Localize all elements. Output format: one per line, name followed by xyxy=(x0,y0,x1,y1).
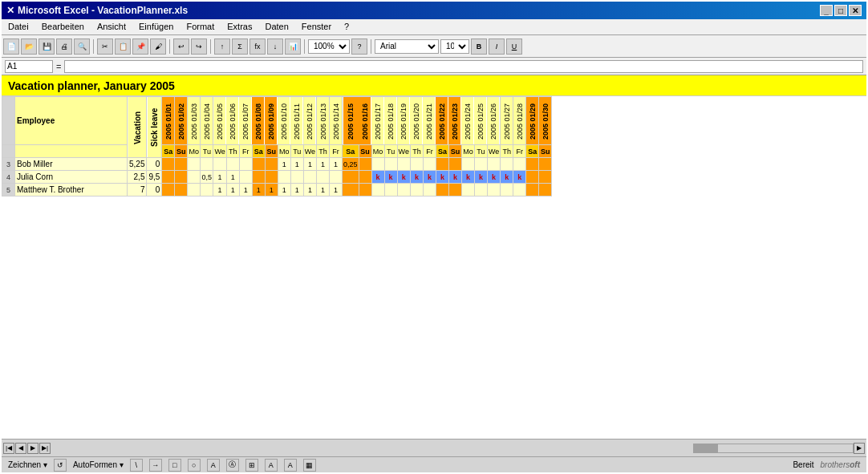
copy-button[interactable]: 📋 xyxy=(115,38,131,55)
format-painter[interactable]: 🖌 xyxy=(150,38,166,55)
fx-button[interactable]: fx xyxy=(249,38,266,55)
day-cell xyxy=(526,171,539,184)
scroll-right-button[interactable]: ▶ xyxy=(854,443,865,454)
row-number: 4 xyxy=(2,171,15,184)
day-abbrev-18: We xyxy=(397,145,410,158)
spreadsheet-container[interactable]: Employee Vacation Sick leave 2005 01/012… xyxy=(2,96,866,439)
employee-vacation: 7 xyxy=(128,184,147,196)
employee-row: 3Bob Miller5,250111110,25 xyxy=(2,158,552,171)
day-cell: 1 xyxy=(330,158,343,171)
fill-color[interactable]: A xyxy=(265,459,278,472)
close-button[interactable]: ✕ xyxy=(849,5,862,16)
menu-format[interactable]: Format xyxy=(183,21,217,33)
day-abbrev-11: We xyxy=(303,145,316,158)
vacation-header: Vacation xyxy=(128,97,147,158)
maximize-button[interactable]: □ xyxy=(834,5,847,16)
day-cell xyxy=(175,158,188,171)
date-header-16: 2005 01/17 xyxy=(371,97,384,145)
header-label-empty xyxy=(15,145,128,158)
date-header-25: 2005 01/26 xyxy=(487,97,500,145)
paste-button[interactable]: 📌 xyxy=(132,38,148,55)
day-abbrev-15: Su xyxy=(359,145,371,158)
bold-button[interactable]: B xyxy=(471,38,487,55)
wordart-tool[interactable]: Ⓐ xyxy=(226,459,239,472)
menu-extras[interactable]: Extras xyxy=(224,21,255,33)
date-header-8: 2005 01/09 xyxy=(265,97,278,145)
day-cell: 1 xyxy=(265,184,278,196)
cut-button[interactable]: ✂ xyxy=(97,38,113,55)
preview-button[interactable]: 🔍 xyxy=(74,38,90,55)
day-cell xyxy=(201,158,213,171)
cell-reference-input[interactable] xyxy=(5,60,53,73)
day-cell: 1 xyxy=(290,184,303,196)
redo-button[interactable]: ↪ xyxy=(191,38,207,55)
day-cell xyxy=(397,184,410,196)
employee-sick: 0 xyxy=(147,184,162,196)
rect-tool[interactable]: □ xyxy=(168,459,181,472)
new-button[interactable]: 📄 xyxy=(3,38,19,55)
menu-einfuegen[interactable]: Einfügen xyxy=(136,21,176,33)
date-header-29: 2005 01/30 xyxy=(539,97,552,145)
tab-prev-button[interactable]: ◀ xyxy=(15,443,26,454)
day-abbrev-9: Mo xyxy=(278,145,290,158)
day-abbrev-21: Sa xyxy=(436,145,448,158)
line-tool[interactable]: \ xyxy=(130,459,143,472)
main-content: Vacation planner, January 2005 Employee … xyxy=(2,75,866,472)
autoformen-toggle[interactable]: AutoFormen ▾ xyxy=(73,460,124,469)
day-cell: k xyxy=(397,171,410,184)
day-cell: 1 xyxy=(290,158,303,171)
tab-first-button[interactable]: |◀ xyxy=(3,443,14,454)
oval-tool[interactable]: ○ xyxy=(188,459,201,472)
drawing-toolbar-toggle[interactable]: Zeichnen ▾ xyxy=(8,460,47,469)
tab-next-button[interactable]: ▶ xyxy=(27,443,39,454)
font-color[interactable]: A xyxy=(284,459,297,472)
save-button[interactable]: 💾 xyxy=(39,38,55,55)
font-dropdown[interactable]: Arial xyxy=(375,39,439,54)
day-abbrev-19: Th xyxy=(410,145,423,158)
print-button[interactable]: 🖨 xyxy=(56,38,72,55)
chart-button[interactable]: 📊 xyxy=(285,38,301,55)
day-cell xyxy=(278,171,290,184)
date-header-12: 2005 01/13 xyxy=(317,97,330,145)
menu-help[interactable]: ? xyxy=(341,21,352,33)
undo-button[interactable]: ↩ xyxy=(173,38,189,55)
open-button[interactable]: 📂 xyxy=(21,38,37,55)
day-cell xyxy=(397,158,410,171)
employee-row: 4Julia Corn2,59,50,511kkkkkkkkkkkk xyxy=(2,171,552,184)
menu-datei[interactable]: Datei xyxy=(5,21,32,33)
zoom-help[interactable]: ? xyxy=(351,38,367,55)
italic-button[interactable]: I xyxy=(489,38,505,55)
font-size-dropdown[interactable]: 10 xyxy=(440,39,469,54)
minimize-button[interactable]: _ xyxy=(820,5,833,16)
autosum[interactable]: Σ xyxy=(232,38,248,55)
drawing-btn[interactable]: ↺ xyxy=(54,459,67,472)
zoom-dropdown[interactable]: 100% xyxy=(308,39,350,54)
date-header-10: 2005 01/11 xyxy=(290,97,303,145)
day-cell: 1 xyxy=(226,171,239,184)
day-cell: k xyxy=(474,171,487,184)
day-cell: k xyxy=(501,171,513,184)
sort-asc[interactable]: ↑ xyxy=(214,38,230,55)
textbox-tool[interactable]: A xyxy=(207,459,220,472)
menu-bearbeiten[interactable]: Bearbeiten xyxy=(39,21,87,33)
menu-daten[interactable]: Daten xyxy=(262,21,291,33)
day-cell: k xyxy=(423,171,436,184)
tab-last-button[interactable]: ▶| xyxy=(39,443,51,454)
border-tool[interactable]: ▦ xyxy=(303,459,316,472)
date-header-3: 2005 01/04 xyxy=(201,97,213,145)
day-cell: 1 xyxy=(213,184,226,196)
day-cell xyxy=(265,158,278,171)
menu-ansicht[interactable]: Ansicht xyxy=(94,21,129,33)
day-cell xyxy=(384,158,397,171)
date-header-17: 2005 01/18 xyxy=(384,97,397,145)
sort-btn2[interactable]: ↓ xyxy=(267,38,283,55)
diagram-tool[interactable]: ⊞ xyxy=(245,459,258,472)
date-header-6: 2005 01/07 xyxy=(239,97,252,145)
day-cell xyxy=(526,158,539,171)
day-cell xyxy=(410,158,423,171)
menu-fenster[interactable]: Fenster xyxy=(298,21,335,33)
underline-button[interactable]: U xyxy=(506,38,522,55)
arrow-tool[interactable]: → xyxy=(149,459,162,472)
formula-input[interactable] xyxy=(64,60,863,73)
menu-bar: Datei Bearbeiten Ansicht Einfügen Format… xyxy=(2,19,866,35)
